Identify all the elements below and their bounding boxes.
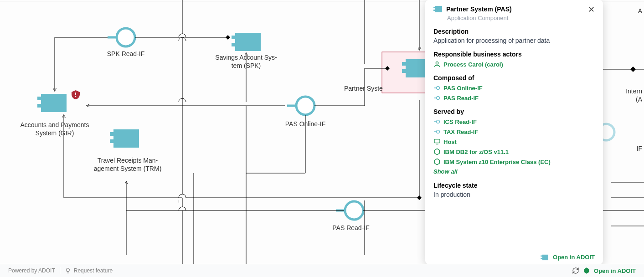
panel-title: Partner System (PAS)	[446, 5, 588, 13]
served-text-1: TAX Read-IF	[443, 128, 478, 135]
alert-icon	[70, 89, 81, 100]
svg-rect-16	[402, 62, 408, 66]
svg-rect-3	[235, 33, 261, 51]
svg-point-42	[436, 62, 438, 64]
svg-rect-53	[542, 254, 548, 260]
interface-icon	[433, 94, 441, 102]
open-in-adoit-footer[interactable]: Open in ADOIT	[572, 267, 636, 274]
svg-rect-54	[541, 255, 543, 256]
node-accounts-payments[interactable]: Accounts and Payments System (GIR)	[14, 121, 96, 137]
svg-rect-11	[110, 139, 116, 143]
request-feature-link[interactable]: Request feature	[65, 267, 113, 274]
node-travel-receipts[interactable]: Travel Receipts Man- agement System (TRM…	[87, 157, 169, 173]
lifecycle-text: In production	[433, 191, 595, 198]
interface-icon	[433, 128, 441, 135]
served-label: Served by	[433, 108, 595, 115]
composed-text-0: PAS Online-IF	[443, 85, 483, 92]
powered-by: Powered by ADOIT	[8, 267, 55, 274]
refresh-icon[interactable]	[572, 267, 579, 274]
edge-node-intern2: (A	[636, 96, 642, 103]
served-text-3: IBM DB2 for z/OS v11.1	[443, 149, 509, 155]
details-panel: Partner System (PAS) ✕ Application Compo…	[425, 0, 603, 264]
composed-link-0[interactable]: PAS Online-IF	[433, 84, 595, 92]
open-in-adoit-footer-text: Open in ADOIT	[594, 267, 636, 274]
svg-rect-40	[433, 7, 436, 8]
bulb-icon	[65, 267, 71, 274]
panel-subtitle: Application Component	[447, 15, 595, 21]
node-partner-system[interactable]: Partner Syste	[344, 85, 399, 93]
svg-rect-5	[232, 43, 238, 46]
node-spk-read-if[interactable]: SPK Read-IF	[85, 50, 167, 58]
description-label: Description	[433, 28, 595, 35]
served-link-0[interactable]: ICS Read-IF	[433, 118, 595, 125]
composed-label: Composed of	[433, 74, 595, 82]
svg-point-37	[75, 96, 77, 97]
svg-rect-8	[37, 104, 44, 108]
served-link-2[interactable]: Host	[433, 138, 595, 145]
open-in-adoit-text: Open in ADOIT	[553, 254, 595, 261]
description-text: Application for processing of partner da…	[433, 37, 595, 44]
served-link-4[interactable]: IBM System z10 Enterprise Class (EC)	[433, 158, 595, 165]
edge-node-apl: A	[638, 7, 642, 15]
application-component-icon	[540, 254, 549, 261]
actor-link[interactable]: Process Carol (carol)	[433, 61, 595, 68]
monitor-icon	[433, 138, 441, 145]
show-all-link[interactable]: Show all	[433, 168, 458, 175]
actor-name: Process Carol (carol)	[443, 61, 503, 68]
served-link-1[interactable]: TAX Read-IF	[433, 128, 595, 135]
request-feature-text: Request feature	[74, 267, 113, 274]
interface-icon	[433, 118, 441, 125]
svg-point-45	[437, 97, 440, 100]
hexagon-icon	[433, 148, 441, 155]
divider	[60, 267, 60, 274]
edge-node-if: IF	[637, 145, 642, 152]
interface-icon	[433, 84, 441, 92]
svg-rect-4	[232, 36, 238, 39]
served-text-2: Host	[443, 138, 457, 145]
lifecycle-label: Lifecycle state	[433, 182, 595, 189]
close-button[interactable]: ✕	[588, 5, 595, 14]
svg-rect-38	[75, 92, 76, 95]
open-in-adoit-panel[interactable]: Open in ADOIT	[540, 254, 595, 261]
svg-rect-41	[433, 10, 436, 11]
svg-point-1	[117, 28, 135, 46]
node-savings-account[interactable]: Savings Account Sys- tem (SPK)	[205, 54, 287, 70]
svg-rect-51	[434, 139, 440, 143]
served-text-4: IBM System z10 Enterprise Class (EC)	[443, 159, 551, 165]
person-icon	[433, 61, 441, 68]
node-pas-read-if[interactable]: PAS Read-IF	[310, 224, 392, 232]
svg-rect-7	[37, 97, 44, 100]
node-pas-online-if[interactable]: PAS Online-IF	[264, 120, 346, 128]
svg-point-12	[296, 97, 314, 115]
svg-rect-55	[541, 257, 543, 259]
svg-rect-17	[402, 69, 408, 73]
composed-link-1[interactable]: PAS Read-IF	[433, 94, 595, 102]
composed-text-1: PAS Read-IF	[443, 95, 479, 102]
svg-point-43	[437, 87, 440, 90]
svg-rect-9	[113, 129, 139, 148]
served-link-3[interactable]: IBM DB2 for z/OS v11.1	[433, 148, 595, 155]
svg-rect-6	[41, 94, 67, 112]
hexagon-icon	[583, 267, 590, 274]
application-component-icon	[433, 5, 443, 13]
served-text-0: ICS Read-IF	[443, 118, 477, 125]
footer-bar: Powered by ADOIT Request feature Open in…	[0, 264, 644, 277]
svg-rect-39	[435, 6, 442, 12]
hexagon-icon	[433, 158, 441, 165]
actors-label: Responsible business actors	[433, 51, 595, 58]
svg-rect-10	[110, 132, 116, 136]
svg-point-47	[437, 120, 440, 123]
edge-node-intern: Intern	[626, 87, 642, 95]
svg-point-49	[437, 130, 440, 133]
svg-point-18	[345, 201, 363, 220]
